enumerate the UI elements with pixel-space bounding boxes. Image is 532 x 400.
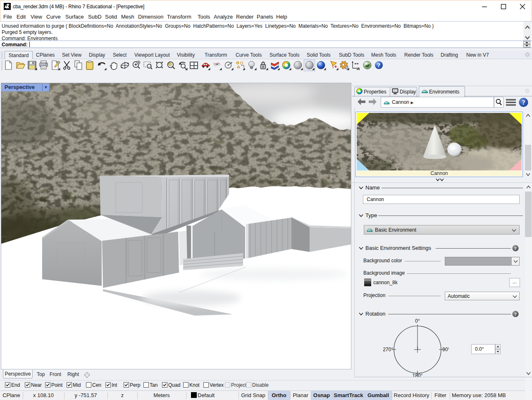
svg-text:?: ? [514,311,517,316]
svg-text:0°: 0° [415,319,420,324]
svg-text:?: ? [522,99,525,106]
svg-text:?: ? [514,246,517,251]
svg-text:?: ? [377,62,381,69]
svg-text:270°: 270° [383,347,393,352]
svg-text:90°: 90° [442,347,449,352]
